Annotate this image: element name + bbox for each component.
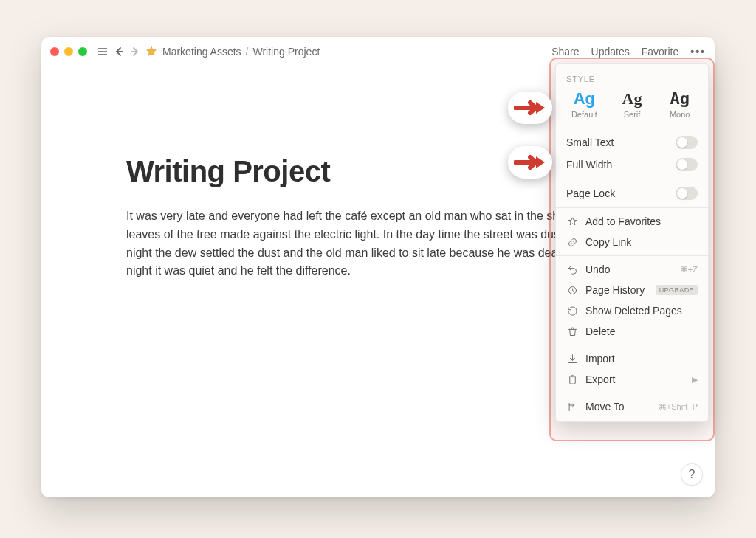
undo-item[interactable]: Undo ⌘+Z bbox=[556, 259, 708, 280]
menu-icon[interactable] bbox=[94, 44, 111, 60]
star-outline-icon bbox=[566, 215, 578, 227]
favorite-button[interactable]: Favorite bbox=[642, 46, 679, 58]
page-lock-toggle[interactable] bbox=[676, 187, 698, 200]
move-to-label: Move To bbox=[585, 401, 625, 413]
trash-icon bbox=[566, 325, 578, 337]
add-to-favorites-label: Add to Favorites bbox=[585, 215, 661, 227]
page-lock-label: Page Lock bbox=[566, 187, 615, 199]
breadcrumb-separator: / bbox=[246, 46, 249, 58]
svg-point-6 bbox=[571, 375, 574, 377]
breadcrumb: Marketing Assets / Writing Project bbox=[162, 46, 320, 58]
add-to-favorites-item[interactable]: Add to Favorites bbox=[556, 211, 708, 232]
small-text-toggle[interactable] bbox=[676, 136, 698, 149]
page-lock-toggle-row[interactable]: Page Lock bbox=[556, 182, 708, 204]
share-button[interactable]: Share bbox=[551, 46, 579, 58]
undo-label: Undo bbox=[585, 263, 610, 275]
page-title[interactable]: Writing Project bbox=[126, 155, 630, 188]
window-controls bbox=[50, 47, 87, 56]
page-history-label: Page History bbox=[585, 284, 645, 296]
font-style-serif[interactable]: Ag Serif bbox=[611, 91, 653, 119]
show-deleted-label: Show Deleted Pages bbox=[585, 305, 682, 317]
font-style-default[interactable]: Ag Default bbox=[563, 91, 605, 119]
full-width-label: Full Width bbox=[566, 159, 612, 170]
minimize-window-button[interactable] bbox=[64, 47, 73, 56]
export-label: Export bbox=[585, 373, 615, 385]
favorite-star-icon[interactable] bbox=[143, 44, 159, 60]
fullscreen-window-button[interactable] bbox=[78, 47, 87, 56]
font-label-default: Default bbox=[571, 110, 597, 119]
help-button[interactable]: ? bbox=[681, 463, 703, 486]
style-heading: STYLE bbox=[556, 70, 708, 91]
full-width-toggle[interactable] bbox=[676, 158, 698, 171]
ag-sample-mono: Ag bbox=[670, 91, 690, 107]
history-icon bbox=[566, 284, 578, 296]
ag-sample-serif: Ag bbox=[622, 91, 642, 107]
forward-button[interactable] bbox=[127, 44, 143, 60]
delete-label: Delete bbox=[585, 325, 615, 337]
import-label: Import bbox=[585, 353, 615, 365]
annotation-arrow-2 bbox=[508, 146, 552, 179]
back-button[interactable] bbox=[111, 44, 127, 60]
updates-button[interactable]: Updates bbox=[591, 46, 630, 58]
top-bar: Marketing Assets / Writing Project Share… bbox=[41, 37, 715, 66]
ag-sample-default: Ag bbox=[574, 91, 595, 107]
undo-icon bbox=[566, 263, 578, 275]
small-text-label: Small Text bbox=[566, 137, 614, 148]
copy-link-label: Copy Link bbox=[585, 236, 631, 248]
move-to-item[interactable]: Move To ⌘+Shift+P bbox=[556, 396, 708, 417]
restore-icon bbox=[566, 305, 578, 317]
font-style-mono[interactable]: Ag Mono bbox=[659, 91, 701, 119]
font-style-row: Ag Default Ag Serif Ag Mono bbox=[556, 91, 708, 125]
upgrade-badge: UPGRADE bbox=[656, 285, 698, 295]
undo-shortcut: ⌘+Z bbox=[680, 265, 698, 275]
link-icon bbox=[566, 236, 578, 248]
more-menu-button[interactable]: ••• bbox=[690, 46, 706, 58]
annotation-arrow-1 bbox=[508, 92, 552, 124]
font-label-serif: Serif bbox=[624, 110, 641, 119]
page-body-text[interactable]: It was very late and everyone had left t… bbox=[126, 207, 630, 280]
delete-item[interactable]: Delete bbox=[556, 321, 708, 342]
breadcrumb-parent[interactable]: Marketing Assets bbox=[162, 46, 241, 58]
import-item[interactable]: Import bbox=[556, 348, 708, 369]
breadcrumb-current[interactable]: Writing Project bbox=[253, 46, 320, 58]
page-options-panel: STYLE Ag Default Ag Serif Ag Mono Small … bbox=[555, 63, 709, 422]
font-label-mono: Mono bbox=[670, 110, 690, 119]
page-history-item[interactable]: Page History UPGRADE bbox=[556, 280, 708, 300]
move-to-shortcut: ⌘+Shift+P bbox=[659, 402, 698, 412]
export-item[interactable]: Export ▶ bbox=[556, 369, 708, 390]
copy-link-item[interactable]: Copy Link bbox=[556, 232, 708, 252]
move-to-icon bbox=[566, 401, 578, 413]
small-text-toggle-row[interactable]: Small Text bbox=[556, 131, 708, 154]
chevron-right-icon: ▶ bbox=[692, 375, 698, 384]
full-width-toggle-row[interactable]: Full Width bbox=[556, 154, 708, 176]
top-actions: Share Updates Favorite ••• bbox=[551, 46, 706, 58]
import-icon bbox=[566, 353, 578, 365]
close-window-button[interactable] bbox=[50, 47, 59, 56]
export-icon bbox=[566, 373, 578, 385]
show-deleted-item[interactable]: Show Deleted Pages bbox=[556, 300, 708, 321]
